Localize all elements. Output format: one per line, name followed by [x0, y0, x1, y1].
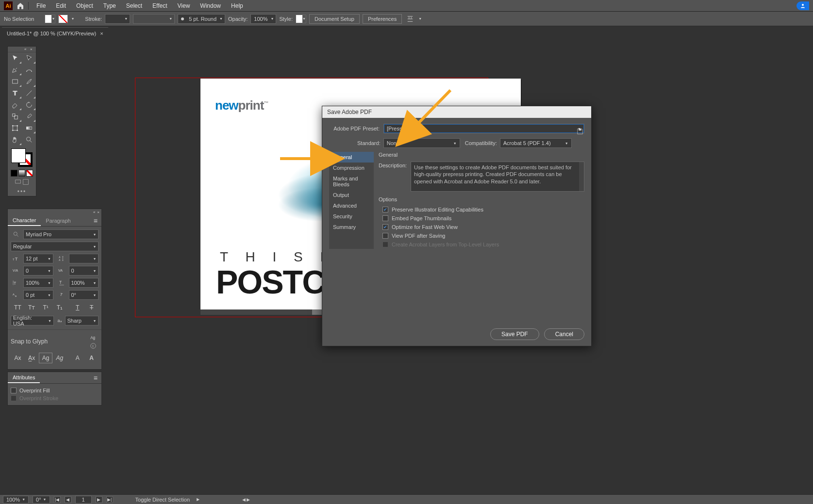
tracking-field[interactable]: 0▼ — [69, 266, 99, 276]
opt-view-after-save[interactable]: View PDF after Saving — [379, 231, 584, 240]
hscale-field[interactable]: 100%▼ — [69, 278, 99, 288]
opt-fast-web-view[interactable]: Optimize for Fast Web View — [379, 223, 584, 231]
snap-glyph-icon[interactable]: Ag — [88, 333, 99, 341]
subscript-button[interactable]: T₁ — [52, 302, 66, 313]
gradient-mode-icon[interactable] — [18, 170, 25, 177]
preset-select[interactable]: [Press Quality]▼ — [383, 124, 584, 133]
kerning-field[interactable]: 0▼ — [23, 266, 53, 276]
menu-type[interactable]: Type — [99, 0, 120, 11]
rotation-field[interactable]: 0°▼ — [69, 290, 99, 300]
smallcaps-button[interactable]: Tᴛ — [25, 302, 39, 313]
superscript-button[interactable]: T¹ — [39, 302, 53, 313]
prev-artboard-button[interactable]: ◀ — [65, 496, 71, 503]
none-mode-icon[interactable] — [26, 170, 33, 177]
antialias-select[interactable]: Sharp▼ — [65, 316, 99, 325]
collapse-icon[interactable]: « — [93, 210, 95, 214]
document-tab[interactable]: Untitled-1* @ 100 % (CMYK/Preview) × — [2, 27, 108, 39]
curvature-tool[interactable] — [22, 64, 36, 76]
cat-marks[interactable]: Marks and Bleeds — [329, 173, 374, 190]
opacity-select[interactable]: 100%▼ — [250, 14, 276, 24]
rectangle-tool[interactable] — [8, 76, 22, 87]
panel-menu-icon[interactable]: ≡ — [90, 215, 101, 226]
cat-security[interactable]: Security — [329, 211, 374, 222]
fill-swatch[interactable]: ▼ — [45, 15, 55, 23]
snap-btn-4[interactable]: Ag — [52, 353, 66, 363]
menu-select[interactable]: Select — [122, 0, 147, 11]
stroke-weight-select[interactable]: ▼ — [105, 14, 130, 24]
account-icon[interactable] — [796, 1, 809, 10]
brush-select[interactable]: 5 pt. Round▼ — [178, 14, 225, 24]
eraser-tool[interactable] — [8, 99, 22, 111]
snap-btn-5[interactable]: A — [70, 353, 84, 363]
leading-field[interactable]: ▼ — [69, 254, 99, 263]
allcaps-button[interactable]: TT — [11, 302, 25, 313]
toolbox-grip[interactable]: «× — [8, 47, 36, 52]
playbar-next-icon[interactable]: ▶ — [247, 497, 250, 502]
opt-preserve-editing[interactable]: Preserve Illustrator Editing Capabilitie… — [379, 205, 584, 214]
strikethrough-button[interactable]: T — [84, 302, 99, 313]
cat-advanced[interactable]: Advanced — [329, 200, 374, 211]
line-tool[interactable] — [22, 87, 36, 99]
snap-btn-3[interactable]: Ag — [39, 353, 53, 363]
close-tab-icon[interactable]: × — [100, 31, 103, 36]
menu-edit[interactable]: Edit — [51, 0, 70, 11]
hand-tool[interactable] — [8, 134, 22, 146]
tab-character[interactable]: Character — [8, 215, 41, 226]
next-artboard-button[interactable]: ▶ — [96, 496, 102, 503]
align-icon[interactable] — [405, 15, 415, 23]
font-family-select[interactable]: Myriad Pro▼ — [23, 229, 99, 239]
description-textarea[interactable]: Use these settings to create Adobe PDF d… — [411, 162, 584, 192]
gradient-tool[interactable] — [22, 122, 36, 134]
preferences-button[interactable]: Preferences — [363, 14, 402, 24]
cat-general[interactable]: General — [329, 152, 374, 163]
cancel-button[interactable]: Cancel — [544, 328, 584, 340]
dialog-titlebar[interactable]: Save Adobe PDF — [322, 106, 591, 118]
selection-tool[interactable] — [8, 52, 22, 64]
baseline-field[interactable]: 0 pt▼ — [23, 290, 53, 300]
cat-output[interactable]: Output — [329, 190, 374, 200]
fill-stroke-swatch[interactable] — [11, 148, 33, 167]
snap-btn-1[interactable]: Ax — [11, 353, 25, 363]
opt-embed-thumbnails[interactable]: Embed Page Thumbnails — [379, 214, 584, 223]
type-tool[interactable] — [8, 87, 22, 99]
menu-window[interactable]: Window — [196, 0, 225, 11]
standard-select[interactable]: None▼ — [383, 138, 460, 148]
artboard-number-field[interactable]: 1 — [75, 496, 92, 504]
direct-selection-tool[interactable] — [22, 52, 36, 64]
menu-file[interactable]: File — [32, 0, 50, 11]
font-size-field[interactable]: 12 pt▼ — [23, 254, 53, 263]
save-preset-icon[interactable] — [576, 128, 584, 135]
menu-effect[interactable]: Effect — [148, 0, 171, 11]
edit-toolbar-icon[interactable]: ••• — [8, 187, 36, 196]
language-select[interactable]: English: USA▼ — [11, 316, 54, 325]
last-artboard-button[interactable]: ▶| — [106, 496, 113, 503]
menu-view[interactable]: View — [173, 0, 195, 11]
zoom-tool[interactable] — [22, 134, 36, 146]
cat-compression[interactable]: Compression — [329, 163, 374, 173]
screen-mode-icon[interactable] — [15, 179, 21, 185]
textarea-scrollbar[interactable] — [579, 162, 584, 191]
home-icon[interactable] — [16, 1, 25, 10]
first-artboard-button[interactable]: |◀ — [54, 496, 61, 503]
zoom-select[interactable]: 100%▼ — [3, 496, 29, 504]
font-style-select[interactable]: Regular▼ — [11, 242, 99, 251]
menu-object[interactable]: Object — [72, 0, 98, 11]
vscale-field[interactable]: 100%▼ — [23, 278, 53, 288]
underline-button[interactable]: T — [70, 302, 84, 313]
tab-attributes[interactable]: Attributes — [8, 372, 40, 383]
compat-select[interactable]: Acrobat 5 (PDF 1.4)▼ — [500, 138, 572, 148]
stroke-swatch[interactable] — [58, 15, 68, 23]
search-font-icon[interactable] — [11, 230, 21, 239]
color-mode-icon[interactable] — [11, 170, 17, 177]
document-setup-button[interactable]: Document Setup — [309, 14, 360, 24]
overprint-fill-checkbox[interactable]: Overprint Fill — [11, 387, 99, 394]
menu-help[interactable]: Help — [227, 0, 248, 11]
snap-btn-6[interactable]: A — [84, 353, 99, 363]
panel-menu-icon[interactable]: ≡ — [90, 372, 101, 383]
free-transform-tool[interactable] — [8, 122, 22, 134]
rotate-select[interactable]: 0°▼ — [33, 496, 50, 504]
scale-tool[interactable] — [8, 111, 22, 122]
close-icon[interactable]: × — [97, 210, 100, 214]
eyedropper-tool[interactable] — [22, 111, 36, 122]
rotate-tool[interactable] — [22, 99, 36, 111]
